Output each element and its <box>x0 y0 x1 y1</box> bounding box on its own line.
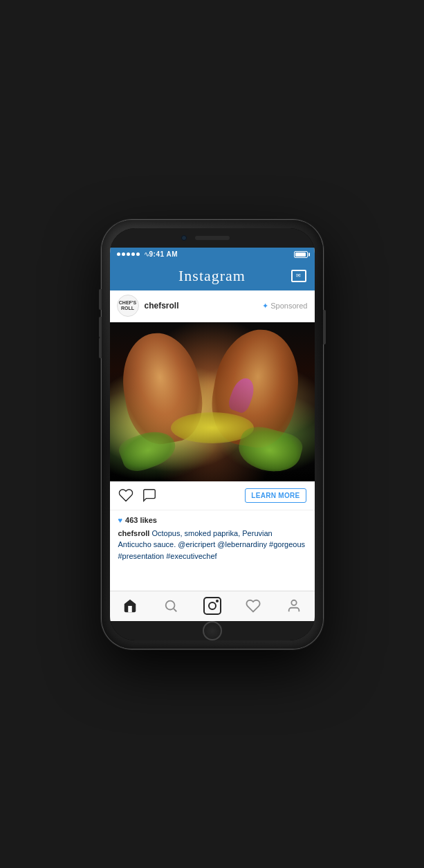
signal-icon <box>117 252 140 256</box>
heart-filled-icon: ♥ <box>118 516 123 524</box>
signal-dot-4 <box>131 252 135 256</box>
post-header: CHEF'SROLL chefsroll ✦ Sponsored <box>110 290 315 322</box>
instagram-logo: Instagram <box>178 267 246 285</box>
post-actions-bar: LEARN MORE <box>110 481 315 510</box>
post-image <box>110 322 315 481</box>
nav-activity[interactable] <box>232 591 273 621</box>
likes-count-row: ♥ 463 likes <box>118 516 306 524</box>
home-button[interactable] <box>203 621 222 640</box>
phone-top-bar <box>110 228 315 248</box>
camera-dot <box>216 600 219 602</box>
status-time: 9:41 AM <box>149 250 178 258</box>
inbox-icon[interactable]: ✉ <box>291 270 306 282</box>
signal-dot-5 <box>136 252 140 256</box>
caption-username[interactable]: chefsroll <box>118 529 150 537</box>
wifi-icon: ∿ <box>144 250 149 258</box>
nav-search[interactable] <box>151 591 192 621</box>
camera-icon <box>203 597 221 615</box>
avatar-text: CHEF'SROLL <box>119 300 136 311</box>
nav-camera[interactable] <box>192 591 232 621</box>
signal-dot-2 <box>122 252 125 256</box>
status-left: ∿ <box>117 250 149 258</box>
sponsored-label: Sponsored <box>270 302 307 310</box>
phone-frame: ∿ 9:41 AM Instagram ✉ CHEF'SROLL chefs <box>102 220 323 649</box>
sponsored-gear-icon: ✦ <box>262 302 268 311</box>
svg-point-0 <box>166 601 175 610</box>
phone-camera <box>181 235 187 241</box>
instagram-header: Instagram ✉ <box>110 261 315 290</box>
phone-speaker <box>195 236 230 240</box>
avatar[interactable]: CHEF'SROLL <box>117 295 139 317</box>
post-caption: chefsroll Octopus, smoked paprika, Peruv… <box>118 528 306 562</box>
signal-dot-3 <box>127 252 130 256</box>
learn-more-button[interactable]: LEARN MORE <box>245 488 306 503</box>
nav-home[interactable] <box>110 591 151 621</box>
comment-button[interactable] <box>142 488 157 503</box>
phone-screen: ∿ 9:41 AM Instagram ✉ CHEF'SROLL chefs <box>110 228 315 640</box>
post-username[interactable]: chefsroll <box>145 301 179 311</box>
nav-profile[interactable] <box>273 591 314 621</box>
status-bar: ∿ 9:41 AM <box>110 248 315 261</box>
battery-fill <box>295 252 306 257</box>
screen: ∿ 9:41 AM Instagram ✉ CHEF'SROLL chefs <box>110 248 315 621</box>
svg-point-2 <box>291 600 296 605</box>
svg-line-1 <box>174 609 177 611</box>
battery-icon <box>294 251 308 258</box>
signal-dot-1 <box>117 252 120 256</box>
likes-count: 463 likes <box>125 516 157 524</box>
bottom-navigation <box>110 591 315 621</box>
sponsored-area: ✦ Sponsored <box>262 302 307 311</box>
post-content: ♥ 463 likes chefsroll Octopus, smoked pa… <box>110 510 315 568</box>
like-button[interactable] <box>118 488 133 503</box>
phone-home-area <box>110 621 315 640</box>
